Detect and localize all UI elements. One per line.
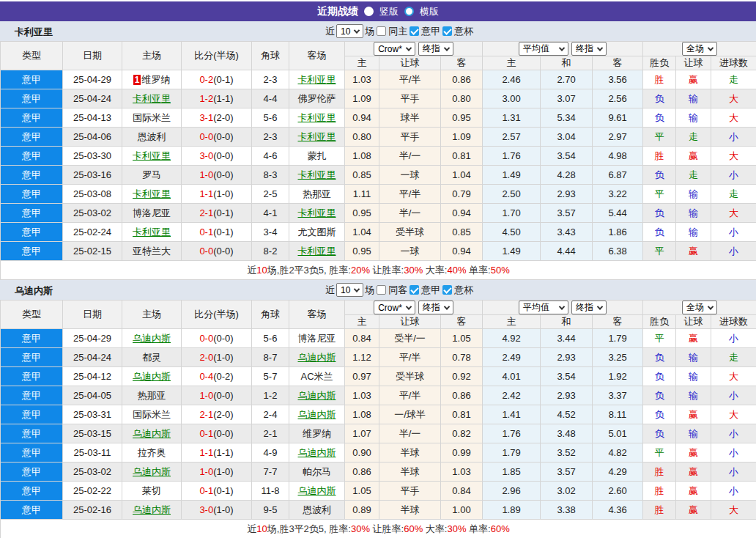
league-cell: 意甲 — [1, 329, 63, 348]
final-odds-select-2[interactable]: 终指 — [571, 301, 607, 314]
home-team-cell[interactable]: 乌迪内斯 — [122, 424, 182, 443]
handicap-result-cell: 赢 — [676, 329, 711, 348]
match-count-select[interactable]: 10 — [336, 283, 363, 297]
near-label: 近 — [325, 284, 335, 297]
league-cell: 意甲 — [1, 204, 63, 223]
handicap-result-cell: 输 — [676, 204, 711, 223]
home-team-cell[interactable]: 卡利亚里 — [122, 223, 182, 242]
away-team-cell[interactable]: 卡利亚里 — [289, 128, 345, 147]
matches-table: 类型 日期 主场 比分(半场) 角球 客场 Crow* 终指 平均值 终指 — [0, 300, 756, 538]
goals-result-cell: 小 — [711, 386, 756, 405]
score-cell: 1-0(0-0) — [182, 386, 252, 405]
scope-select[interactable]: 全场 — [682, 42, 717, 56]
date-cell: 25-02-16 — [63, 501, 122, 520]
away-team-cell[interactable]: 乌迪内斯 — [289, 405, 345, 424]
league-filter-label: 意甲 — [421, 25, 440, 38]
crow-away-odds-cell: 1.00 — [441, 501, 483, 520]
column-header-away: 客场 — [289, 301, 345, 329]
final-odds-select-2[interactable]: 终指 — [571, 42, 607, 56]
column-header-type: 类型 — [1, 301, 63, 329]
cup-checkbox[interactable] — [442, 26, 452, 36]
result-cell: 胜 — [643, 147, 676, 166]
match-row: 意甲 25-04-06 恩波利 0-0(0-0) 2-3 卡利亚里 0.80 平… — [1, 128, 756, 147]
handicap-cell: 一/球半 — [379, 405, 441, 424]
home-team-cell[interactable]: 乌迪内斯 — [122, 367, 182, 386]
chevron-down-icon — [559, 45, 565, 51]
average-select[interactable]: 平均值 — [519, 42, 568, 56]
away-team-cell[interactable]: 卡利亚里 — [289, 204, 345, 223]
home-team-cell: 热那亚 — [122, 386, 182, 405]
score-cell: 3-0(0-0) — [182, 147, 252, 166]
column-header-date: 日期 — [63, 42, 122, 70]
vertical-layout-radio[interactable] — [364, 7, 374, 16]
league-filter-label: 意甲 — [421, 284, 440, 297]
handicap-cell: 平/半 — [379, 386, 441, 405]
crow-home-odds-cell: 0.89 — [345, 501, 379, 520]
avg-home-odds-cell: 2.42 — [483, 386, 541, 405]
home-team-cell[interactable]: 乌迪内斯 — [122, 501, 182, 520]
away-team-cell[interactable]: 乌迪内斯 — [289, 443, 345, 463]
goals-result-cell: 大 — [711, 108, 756, 128]
home-team-cell[interactable]: 乌迪内斯 — [122, 463, 182, 482]
avg-away-odds-cell: 6.87 — [593, 166, 643, 185]
home-team-cell[interactable]: 卡利亚里 — [122, 185, 182, 204]
handicap-cell: 一球 — [379, 242, 441, 261]
column-header-avg-away: 客 — [593, 56, 643, 70]
bookmaker-select[interactable]: Crow* — [374, 301, 415, 314]
score-cell: 0-0(0-0) — [182, 329, 252, 348]
league-checkbox[interactable] — [410, 285, 419, 295]
bookmaker-select[interactable]: Crow* — [374, 42, 415, 56]
away-team-cell[interactable]: 卡利亚里 — [289, 70, 345, 89]
vertical-layout-label[interactable]: 竖版 — [379, 5, 399, 18]
average-select[interactable]: 平均值 — [519, 301, 568, 314]
score-cell: 0-0(0-0) — [182, 128, 252, 147]
column-header-away: 客场 — [289, 42, 345, 70]
crow-home-odds-cell: 1.11 — [345, 185, 379, 204]
away-team-cell[interactable]: 乌迪内斯 — [289, 348, 345, 367]
scope-select[interactable]: 全场 — [682, 301, 717, 314]
final-odds-select[interactable]: 终指 — [418, 42, 453, 56]
avg-home-odds-cell: 1.70 — [483, 204, 541, 223]
crow-home-odds-cell: 1.08 — [345, 147, 379, 166]
home-team-cell: 亚特兰大 — [122, 242, 182, 261]
score-cell: 0-2(0-1) — [182, 70, 252, 89]
home-team-cell[interactable]: 卡利亚里 — [122, 147, 182, 166]
result-cell: 负 — [643, 204, 676, 223]
handicap-cell: 半/一 — [379, 204, 441, 223]
handicap-result-cell: 输 — [676, 223, 711, 242]
handicap-cell: 平/半 — [379, 185, 441, 204]
away-team-cell[interactable]: 卡利亚里 — [289, 166, 345, 185]
away-team-cell[interactable]: 卡利亚里 — [289, 108, 345, 128]
home-team-cell[interactable]: 卡利亚里 — [122, 89, 182, 108]
crow-home-odds-cell: 1.12 — [345, 348, 379, 367]
handicap-result-cell: 赢 — [676, 501, 711, 520]
summary-row: 近10场,胜2平3负5, 胜率:20% 让胜率:30% 大率:40% 单率:50… — [1, 261, 756, 280]
same-venue-checkbox[interactable] — [377, 285, 386, 295]
column-header-home: 主场 — [122, 301, 182, 329]
crow-away-odds-cell: 0.80 — [441, 89, 483, 108]
final-odds-select[interactable]: 终指 — [418, 301, 453, 314]
avg-home-odds-cell: 3.00 — [483, 89, 541, 108]
home-team-cell[interactable]: 乌迪内斯 — [122, 329, 182, 348]
cup-checkbox[interactable] — [442, 285, 452, 295]
crow-home-odds-cell: 0.86 — [345, 463, 379, 482]
league-checkbox[interactable] — [410, 26, 419, 36]
handicap-result-cell: 赢 — [676, 463, 711, 482]
chevron-down-icon — [444, 45, 450, 51]
away-team-cell: 蒙扎 — [289, 147, 345, 166]
score-cell: 0-1(0-1) — [182, 482, 252, 501]
match-count-select[interactable]: 10 — [336, 24, 363, 38]
handicap-result-cell: 走 — [676, 128, 711, 147]
date-cell: 25-03-15 — [63, 424, 122, 443]
away-team-cell[interactable]: 乌迪内斯 — [289, 482, 345, 501]
away-team-cell[interactable]: 卡利亚里 — [289, 242, 345, 261]
avg-away-odds-cell: 2.56 — [593, 89, 643, 108]
horizontal-layout-label[interactable]: 横版 — [420, 5, 439, 18]
crow-home-odds-cell: 0.84 — [345, 329, 379, 348]
away-team-cell[interactable]: 乌迪内斯 — [289, 386, 345, 405]
horizontal-layout-radio[interactable] — [404, 7, 414, 16]
handicap-result-cell: 赢 — [676, 482, 711, 501]
same-venue-checkbox[interactable] — [377, 26, 386, 36]
avg-away-odds-cell: 1.92 — [593, 367, 643, 386]
crow-away-odds-cell: 0.86 — [441, 70, 483, 89]
